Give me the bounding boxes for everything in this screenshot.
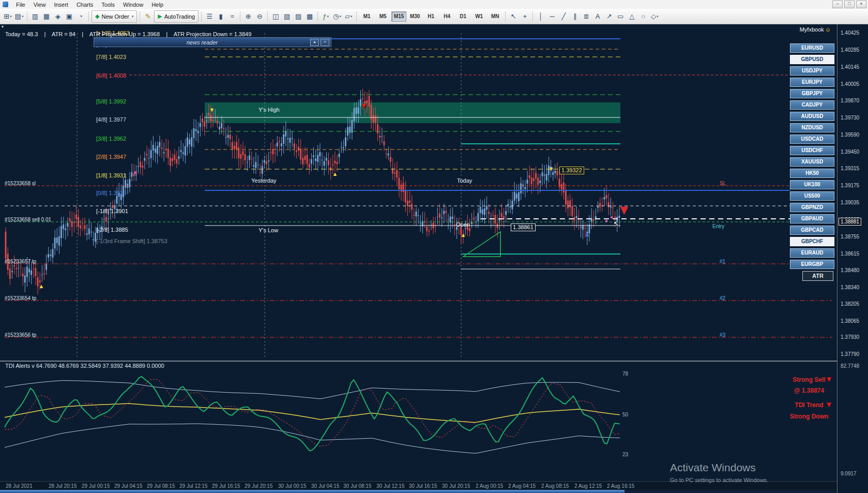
symbol-hk50[interactable]: HK50 <box>790 169 834 178</box>
timeframe-m30[interactable]: M30 <box>407 11 422 22</box>
symbol-audusd[interactable]: AUDUSD <box>790 112 834 121</box>
price-tick: 1.39870 <box>841 98 859 103</box>
symbol-gbpcad[interactable]: GBPCAD <box>790 226 834 235</box>
profiles-icon[interactable]: ▤▾ <box>14 11 24 22</box>
chart-line-icon[interactable]: ≈ <box>227 11 237 22</box>
grid-icon[interactable]: ▩ <box>304 11 315 22</box>
time-tick: 30 Jul 04:15 <box>311 483 340 489</box>
symbol-usdjpy[interactable]: USDJPY <box>790 66 834 76</box>
minimize-button[interactable]: – <box>832 1 843 8</box>
navigator-icon[interactable]: ◈ <box>53 11 63 22</box>
menu-charts[interactable]: Charts <box>72 1 97 8</box>
strategy-tester-icon[interactable]: ◔ <box>75 11 86 22</box>
cascade-windows-icon[interactable]: ▧ <box>282 11 292 22</box>
scrollbar-thumb[interactable] <box>0 490 625 493</box>
timeframe-m5[interactable]: M5 <box>375 11 390 22</box>
periods-icon[interactable]: ◷▾ <box>332 11 342 22</box>
symbol-eurgbp[interactable]: EURGBP <box>790 260 834 269</box>
arrow-tool-icon[interactable]: ↗ <box>604 11 614 22</box>
symbol-usdcad[interactable]: USDCAD <box>790 135 834 144</box>
menu-window[interactable]: Window <box>119 1 147 8</box>
metaeditor-icon[interactable]: ✎ <box>143 11 153 22</box>
autotrading-button[interactable]: ▶AutoTrading <box>154 10 199 23</box>
price-tick: 1.38065 <box>841 318 859 324</box>
symbol-usdchf[interactable]: USDCHF <box>790 146 834 155</box>
menu-help[interactable]: Help <box>147 1 167 8</box>
timeframe-h4[interactable]: H4 <box>439 11 454 22</box>
time-tick: 2 Aug 16:15 <box>607 483 634 489</box>
timeframe-m1[interactable]: M1 <box>359 11 374 22</box>
tdi-level-label: 23 <box>622 452 629 457</box>
symbol-eurjpy[interactable]: EURJPY <box>790 78 834 87</box>
symbol-nzdusd[interactable]: NZDUSD <box>790 123 834 132</box>
atr-info-line: Today = 48.3 | ATR = 84 | ATR Projection… <box>5 31 251 37</box>
price-tick: 1.40285 <box>841 47 859 53</box>
myfxbook-label: Myfxbook☺ <box>800 26 831 33</box>
close-icon[interactable]: × <box>321 39 329 46</box>
tdi-level-label: 78 <box>622 371 629 377</box>
symbol-xauusd[interactable]: XAUUSD <box>790 157 834 167</box>
close-button[interactable]: × <box>856 1 866 8</box>
menu-insert[interactable]: Insert <box>50 1 72 8</box>
symbol-gbpjpy[interactable]: GBPJPY <box>790 89 834 98</box>
symbol-gbpchf[interactable]: GBPCHF <box>790 237 834 246</box>
window-controls: –□× <box>831 1 866 8</box>
market-watch-icon[interactable]: ▥ <box>30 11 40 22</box>
crosshair-icon[interactable]: + <box>520 11 530 22</box>
toolbar-separator <box>201 11 202 22</box>
data-window-icon[interactable]: ▦ <box>41 11 52 22</box>
ellipse-icon[interactable]: ○ <box>638 11 648 22</box>
trendline-icon[interactable]: ╱ <box>558 11 569 22</box>
menu-bar: FileViewInsertChartsToolsWindowHelp –□× <box>0 0 868 9</box>
atr-button[interactable]: ATR <box>802 271 833 281</box>
arrange-windows-icon[interactable]: ▨ <box>293 11 303 22</box>
symbol-euraud[interactable]: EURAUD <box>790 248 834 258</box>
toolbar-separator <box>240 11 240 22</box>
timeframe-h1[interactable]: H1 <box>423 11 438 22</box>
time-tick: 2 Aug 12:15 <box>574 483 602 489</box>
terminal-icon[interactable]: ▣ <box>64 11 74 22</box>
restore-button[interactable]: □ <box>844 1 855 8</box>
triangle-icon[interactable]: △ <box>627 11 637 22</box>
new-order-button[interactable]: ◆New Order▾ <box>92 10 137 23</box>
symbol-gbpusd[interactable]: GBPUSD <box>790 55 834 64</box>
chart-menu-caret[interactable]: ▾ <box>2 24 4 29</box>
symbol-cadjpy[interactable]: CADJPY <box>790 100 834 110</box>
tile-windows-icon[interactable]: ◫ <box>270 11 281 22</box>
more-shapes-icon[interactable]: ◇▾ <box>649 11 660 22</box>
timeframe-mn[interactable]: MN <box>488 11 502 22</box>
symbol-us500[interactable]: US500 <box>790 191 834 201</box>
fibonacci-icon[interactable]: ≣ <box>581 11 591 22</box>
templates-icon[interactable]: ▱▾ <box>343 11 354 22</box>
indicators-icon[interactable]: ƒ▾ <box>321 11 331 22</box>
price-tick: 1.40005 <box>841 81 859 87</box>
price-tick: 1.37790 <box>841 351 859 357</box>
smiley-icon: ☺ <box>825 26 831 33</box>
horizontal-scrollbar[interactable] <box>0 490 837 493</box>
chart-bars-icon[interactable]: ☰ <box>204 11 215 22</box>
collapse-icon[interactable]: ▴ <box>310 39 319 46</box>
menu-tools[interactable]: Tools <box>97 1 119 8</box>
timeframe-w1[interactable]: W1 <box>471 11 486 22</box>
text-label-icon[interactable]: A <box>592 11 603 22</box>
symbol-uk100[interactable]: UK100 <box>790 180 834 189</box>
symbol-gbpaud[interactable]: GBPAUD <box>790 214 834 223</box>
new-chart-icon[interactable]: ⊞▾ <box>3 11 13 22</box>
zoom-out-icon[interactable]: ⊖ <box>254 11 265 22</box>
timeframe-d1[interactable]: D1 <box>455 11 470 22</box>
chart-canvas[interactable]: 785023 <box>0 24 837 493</box>
timeframe-m15[interactable]: M15 <box>391 11 406 22</box>
vertical-line-icon[interactable]: │ <box>536 11 546 22</box>
symbol-eurusd[interactable]: EURUSD <box>790 43 834 53</box>
zoom-in-icon[interactable]: ⊕ <box>243 11 253 22</box>
horizontal-line-icon[interactable]: ─ <box>547 11 557 22</box>
symbol-gbpnzd[interactable]: GBPNZD <box>790 203 834 212</box>
price-tick: 1.38480 <box>841 267 859 273</box>
equidistant-channel-icon[interactable]: ∥ <box>570 11 580 22</box>
rectangle-icon[interactable]: ▭ <box>615 11 626 22</box>
news-reader-window: news reader ▴ × <box>94 37 331 47</box>
chart-candles-icon[interactable]: ▮ <box>216 11 226 22</box>
cursor-icon[interactable]: ↖ <box>508 11 519 22</box>
menu-view[interactable]: View <box>29 1 50 8</box>
menu-file[interactable]: File <box>12 1 29 8</box>
